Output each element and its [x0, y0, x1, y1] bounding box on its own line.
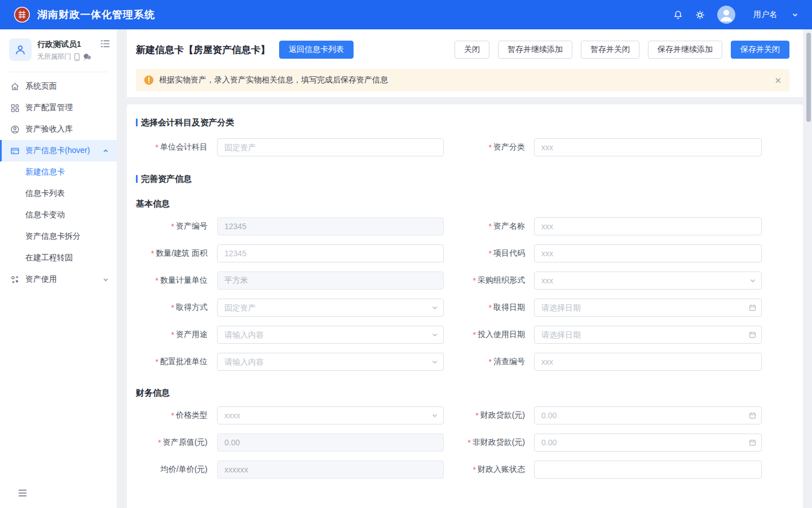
asset-code-label: *资产编号: [136, 221, 208, 231]
asset-name-label: *资产名称: [444, 221, 525, 231]
alert-message: 根据实物资产，录入资产实物相关信息，填写完成后保存资产信息: [159, 75, 388, 85]
sidebar-divider: [9, 72, 108, 72]
draft-and-continue-button[interactable]: 暂存并继续添加: [498, 41, 572, 59]
sidebar: 行政测试员1 无所属部门 系统页面 资产配置管: [0, 29, 117, 508]
home-icon: [10, 82, 20, 91]
sidebar-item-label: 资产配置管理: [25, 103, 73, 113]
page-title: 新建信息卡【房屋资产信息卡】: [136, 43, 270, 56]
section-title: 完善资产信息: [141, 174, 192, 185]
save-and-continue-button[interactable]: 保存并继续添加: [648, 41, 722, 59]
info-alert: 根据实物资产，录入资产实物相关信息，填写完成后保存资产信息 ✕: [136, 69, 789, 91]
section-title: 选择会计科目及资产分类: [141, 117, 234, 128]
sidebar-user-avatar-icon: [9, 38, 32, 61]
project-code-input[interactable]: [534, 244, 762, 262]
price-type-select[interactable]: [217, 406, 444, 424]
warning-icon: [144, 75, 154, 85]
scrollbar-thumb[interactable]: [806, 33, 811, 122]
inventory-code-input[interactable]: [534, 353, 762, 371]
sidebar-subitem-new-card[interactable]: 新建信息卡: [0, 161, 117, 183]
config-approve-unit-select[interactable]: [217, 353, 444, 371]
sidebar-subitem-card-split[interactable]: 资产信息卡拆分: [0, 226, 117, 247]
asset-form-card: 选择会计科目及资产分类 *单位会计科目 *资产分类 完善资产信息 基本信息 *资…: [127, 104, 803, 508]
sidebar-item-label: 资产使用: [25, 274, 57, 284]
asset-original-value-label: *资产原值(元): [136, 437, 208, 448]
asset-category-input[interactable]: [534, 138, 762, 156]
fiscal-loan-input[interactable]: [534, 406, 762, 424]
list-icon[interactable]: [100, 38, 110, 50]
app-logo-icon: [14, 6, 30, 23]
non-fiscal-loan-label: *非财政贷款(元): [444, 437, 525, 448]
fiscal-entry-status-input[interactable]: [534, 461, 762, 479]
app-title: 湖南财政一体化管理系统: [37, 8, 155, 21]
grid-icon: [10, 103, 20, 113]
unit-of-measure-input: [217, 271, 444, 290]
card-icon: [10, 146, 20, 156]
acquire-method-select[interactable]: [217, 299, 444, 317]
acquire-date-label: *取得日期: [444, 303, 525, 313]
sidebar-item-asset-acceptance[interactable]: 资产验收入库: [0, 119, 117, 140]
sidebar-item-asset-info-card[interactable]: 资产信息卡(hover): [0, 140, 117, 161]
bell-icon[interactable]: [673, 10, 683, 20]
chat-icon[interactable]: [83, 53, 91, 60]
save-and-close-button[interactable]: 保存并关闭: [731, 41, 789, 59]
procurement-form-label: *采购组织形式: [444, 275, 525, 286]
back-to-list-button[interactable]: 返回信息卡列表: [279, 41, 354, 59]
sidebar-item-system-page[interactable]: 系统页面: [0, 76, 117, 97]
user-name[interactable]: 用户名: [753, 10, 777, 20]
config-approve-unit-label: *配置批准单位: [136, 357, 208, 367]
main-content: 新建信息卡【房屋资产信息卡】 返回信息卡列表 关闭 暂存并继续添加 暂存并关闭 …: [127, 29, 803, 508]
asset-code-input: [217, 217, 444, 235]
quantity-area-label: *数量/建筑 面积: [136, 248, 208, 259]
sidebar-item-asset-usage[interactable]: 资产使用: [0, 269, 117, 290]
app-header: 湖南财政一体化管理系统 用户名: [0, 0, 812, 29]
page-toolbar: 新建信息卡【房屋资产信息卡】 返回信息卡列表 关闭 暂存并继续添加 暂存并关闭 …: [127, 29, 803, 97]
sidebar-item-asset-config[interactable]: 资产配置管理: [0, 97, 117, 119]
close-button[interactable]: 关闭: [454, 41, 489, 59]
fiscal-entry-status-label: *财政入账状态: [444, 465, 525, 475]
acquire-date-input[interactable]: [534, 299, 762, 317]
draft-and-close-button[interactable]: 暂存并关闭: [581, 41, 639, 59]
sidebar-user-name: 行政测试员1: [37, 38, 100, 50]
procurement-form-select[interactable]: [534, 271, 762, 290]
user-avatar[interactable]: [717, 6, 735, 24]
avg-unit-price-label: 均价/单价(元): [136, 465, 208, 475]
unit-account-label: *单位会计科目: [136, 142, 208, 152]
sidebar-subitem-cip-transfer[interactable]: 在建工程转固: [0, 247, 117, 269]
inventory-code-label: *清查编号: [444, 357, 525, 367]
sidebar-subitem-card-list[interactable]: 信息卡列表: [0, 183, 117, 204]
unit-account-input[interactable]: [217, 138, 444, 156]
fiscal-loan-label: *财政贷款(元): [444, 410, 525, 421]
sidebar-subitem-card-change[interactable]: 信息卡变动: [0, 204, 117, 226]
asset-usage-select[interactable]: [217, 326, 444, 344]
price-type-label: *价格类型: [136, 410, 208, 421]
hamburger-icon[interactable]: [18, 489, 27, 499]
commission-date-input[interactable]: [534, 326, 762, 344]
sidebar-item-label: 资产验收入库: [25, 124, 73, 134]
project-code-label: *项目代码: [444, 248, 525, 259]
phone-icon[interactable]: [74, 53, 80, 61]
asset-category-label: *资产分类: [444, 142, 525, 152]
section-complete-info: 完善资产信息: [136, 173, 803, 185]
asset-original-value-input: [217, 433, 444, 452]
sidebar-item-label: 系统页面: [25, 81, 57, 91]
sidebar-item-label: 资产信息卡(hover): [25, 146, 90, 156]
avg-unit-price-input: [217, 461, 444, 479]
unit-of-measure-label: *数量计量单位: [136, 275, 208, 286]
acquire-method-label: *取得方式: [136, 303, 208, 313]
chevron-up-icon: [103, 148, 109, 154]
user-circle-icon: [10, 125, 20, 134]
close-icon[interactable]: ✕: [774, 76, 782, 85]
asset-usage-label: *资产用途: [136, 330, 208, 340]
commission-date-label: *投入使用日期: [444, 330, 525, 340]
gear-icon[interactable]: [695, 10, 705, 20]
quantity-area-input[interactable]: [217, 244, 444, 262]
nodes-icon: [10, 275, 20, 284]
asset-name-input[interactable]: [534, 217, 762, 235]
chevron-down-icon: [103, 277, 109, 283]
chevron-down-icon[interactable]: [792, 11, 798, 18]
section-account-category: 选择会计科目及资产分类: [136, 117, 803, 128]
non-fiscal-loan-input[interactable]: [534, 433, 762, 452]
sidebar-user-dept: 无所属部门: [37, 52, 71, 62]
basic-info-subtitle: 基本信息: [136, 198, 803, 209]
finance-info-subtitle: 财务信息: [136, 387, 803, 398]
